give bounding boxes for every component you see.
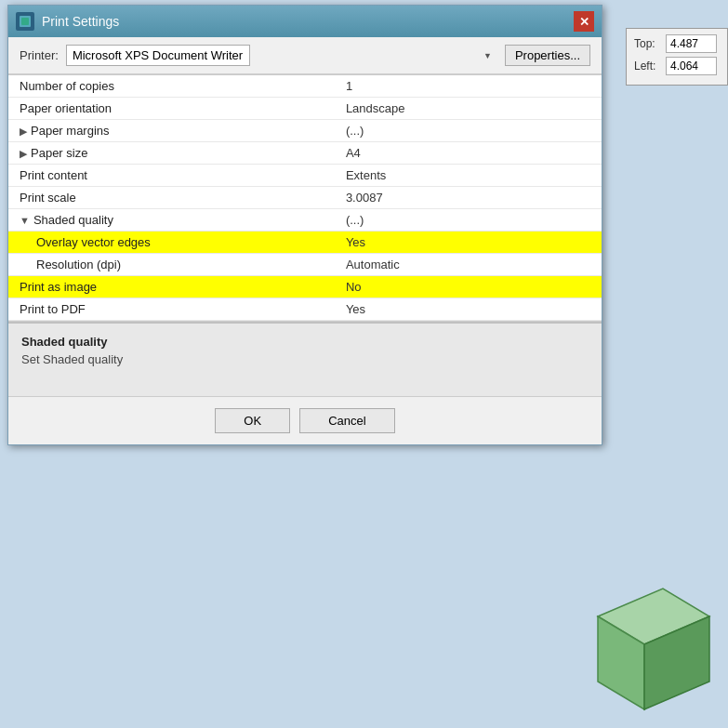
left-margin-label: Left: bbox=[634, 60, 662, 73]
table-row[interactable]: Print contentExtents bbox=[8, 165, 602, 187]
table-row[interactable]: ▶Paper sizeA4 bbox=[8, 142, 602, 165]
setting-name: Print scale bbox=[8, 187, 335, 209]
printer-select-wrapper: Microsoft XPS Document Writer bbox=[66, 45, 497, 66]
table-row[interactable]: Overlay vector edgesYes bbox=[8, 232, 602, 254]
properties-button[interactable]: Properties... bbox=[505, 45, 590, 66]
table-row[interactable]: Resolution (dpi)Automatic bbox=[8, 254, 602, 276]
printer-select[interactable]: Microsoft XPS Document Writer bbox=[66, 45, 250, 66]
title-bar: Print Settings ✕ bbox=[8, 6, 602, 37]
setting-name: ▼Shaded quality bbox=[8, 209, 335, 232]
button-row: OK Cancel bbox=[8, 396, 602, 444]
setting-value: A4 bbox=[335, 142, 602, 165]
setting-value: (...) bbox=[335, 120, 602, 142]
table-row[interactable]: Number of copies1 bbox=[8, 75, 602, 98]
expander-icon: ▶ bbox=[20, 148, 27, 160]
setting-value: 1 bbox=[335, 75, 602, 98]
close-button[interactable]: ✕ bbox=[574, 11, 594, 32]
setting-value: (...) bbox=[335, 209, 602, 232]
setting-value: No bbox=[335, 276, 602, 298]
svg-rect-4 bbox=[21, 18, 29, 25]
setting-name: Paper orientation bbox=[8, 98, 335, 120]
margin-inputs-panel: Top: Left: bbox=[626, 28, 728, 86]
info-description: Set Shaded quality bbox=[21, 352, 589, 366]
top-margin-input[interactable] bbox=[666, 34, 717, 53]
info-title: Shaded quality bbox=[21, 335, 589, 349]
setting-value: Yes bbox=[335, 298, 602, 321]
setting-name: ▶Paper margins bbox=[8, 120, 335, 142]
dialog-title: Print Settings bbox=[42, 14, 119, 29]
settings-table-wrapper: Number of copies1Paper orientationLandsc… bbox=[8, 74, 602, 322]
printer-label: Printer: bbox=[20, 48, 59, 62]
setting-name: Resolution (dpi) bbox=[8, 254, 335, 276]
table-row[interactable]: Print to PDFYes bbox=[8, 298, 602, 321]
left-margin-input[interactable] bbox=[666, 57, 717, 75]
settings-table: Number of copies1Paper orientationLandsc… bbox=[8, 75, 602, 321]
table-row[interactable]: ▼Shaded quality(...) bbox=[8, 209, 602, 232]
printer-row: Printer: Microsoft XPS Document Writer P… bbox=[8, 37, 602, 74]
info-panel: Shaded quality Set Shaded quality bbox=[8, 322, 602, 396]
setting-name: Overlay vector edges bbox=[8, 232, 335, 254]
setting-name: Number of copies bbox=[8, 75, 335, 98]
expander-icon: ▼ bbox=[20, 215, 30, 226]
app-icon bbox=[16, 12, 34, 31]
ok-button[interactable]: OK bbox=[215, 408, 290, 433]
setting-value: 3.0087 bbox=[335, 187, 602, 209]
setting-value: Yes bbox=[335, 232, 602, 254]
setting-value: Automatic bbox=[335, 254, 602, 276]
print-settings-dialog: Print Settings ✕ Printer: Microsoft XPS … bbox=[7, 5, 602, 445]
green-3d-shape bbox=[542, 542, 728, 728]
setting-name: Print content bbox=[8, 165, 335, 187]
table-row[interactable]: Print as imageNo bbox=[8, 276, 602, 298]
setting-name: Print to PDF bbox=[8, 298, 335, 321]
table-row[interactable]: Paper orientationLandscape bbox=[8, 98, 602, 120]
setting-value: Landscape bbox=[335, 98, 602, 120]
setting-name: Print as image bbox=[8, 276, 335, 298]
setting-value: Extents bbox=[335, 165, 602, 187]
setting-name: ▶Paper size bbox=[8, 142, 335, 165]
table-row[interactable]: Print scale3.0087 bbox=[8, 187, 602, 209]
table-row[interactable]: ▶Paper margins(...) bbox=[8, 120, 602, 142]
cancel-button[interactable]: Cancel bbox=[299, 408, 394, 433]
top-margin-label: Top: bbox=[634, 37, 662, 50]
expander-icon: ▶ bbox=[20, 126, 27, 138]
